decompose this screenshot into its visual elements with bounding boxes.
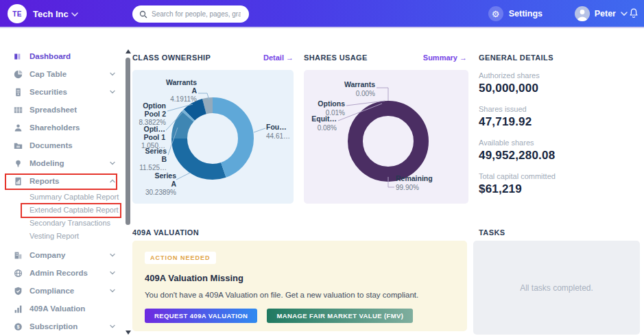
detail-label: Authorized shares (479, 71, 640, 80)
sidebar: Dashboard Cap Table Securities (0, 28, 125, 336)
top-bar: TE Tech Inc ⚙ Settings Peter (0, 0, 644, 28)
dashboard-icon (14, 52, 23, 61)
manage-fmv-button[interactable]: MANAGE FAIR MARKET VALUE (FMV) (267, 309, 413, 323)
detail-label: Shares issued (479, 105, 640, 113)
callout-label: Remaining (396, 175, 433, 183)
chevron-down-icon (110, 252, 115, 258)
class-ownership-title: CLASS OWNERSHIP (132, 53, 211, 62)
sidebar-item-label: 409A Valuation (29, 304, 115, 313)
sidebar-item-summary-captable-report[interactable]: Summary Captable Report (0, 190, 125, 203)
class-ownership-header: CLASS OWNERSHIP Detail → (132, 53, 294, 62)
sidebar-item-cap-table[interactable]: Cap Table (0, 65, 125, 83)
shares-usage-donut-chart[interactable] (304, 70, 468, 204)
sidebar-subitem-label: Vesting Report (29, 232, 79, 240)
callout-label: A (166, 87, 197, 95)
svg-text:$: $ (16, 323, 19, 329)
sidebar-item-extended-captable-report[interactable]: Extended Captable Report (0, 203, 125, 216)
chevron-up-icon (110, 178, 115, 184)
user-menu[interactable]: Peter (575, 6, 628, 21)
callout-label: Option (139, 102, 166, 110)
detail-row: Authorized shares 50,000,000 (479, 71, 640, 95)
chart-bars-icon (14, 304, 23, 313)
detail-value: $61,219 (479, 182, 640, 196)
callout-warrants-a: Warrants A 4.1911% (166, 79, 197, 104)
spreadsheet-icon (14, 106, 23, 115)
callout-label: Pool 2 (139, 110, 166, 119)
sidebar-item-label: Modeling (29, 159, 110, 167)
folder-icon (14, 141, 23, 150)
sidebar-item-label: Admin Records (29, 269, 110, 277)
person-icon (575, 6, 590, 21)
chevron-down-icon (110, 288, 115, 293)
sidebar-item-secondary-transactions[interactable]: Secondary Transactions (0, 216, 125, 229)
sidebar-item-label: Reports (29, 177, 110, 185)
sidebar-subitem-label: Summary Captable Report (29, 193, 119, 201)
sidebar-item-label: Subscription (29, 322, 110, 331)
dollar-coin-icon: $ (14, 322, 23, 331)
sidebar-item-subscription[interactable]: $ Subscription (0, 317, 125, 335)
chevron-down-icon[interactable] (71, 12, 78, 17)
shares-usage-summary-link[interactable]: Summary → (423, 53, 467, 62)
request-409a-valuation-button[interactable]: REQUEST 409A VALUATION (145, 309, 257, 323)
shares-usage-title: SHARES USAGE (304, 53, 368, 62)
sidebar-item-label: Securities (29, 88, 110, 96)
sidebar-item-reports[interactable]: Reports (0, 172, 125, 190)
sidebar-item-securities[interactable]: Securities (0, 83, 125, 101)
chevron-down-icon (110, 160, 115, 166)
notification-bell-icon[interactable] (628, 8, 639, 19)
detail-label: Total capital committed (479, 172, 640, 180)
callout-label: A (145, 180, 176, 189)
detail-row: Total capital committed $61,219 (479, 172, 640, 196)
callout-value: 30.2389% (145, 189, 176, 197)
sidebar-item-vesting-report[interactable]: Vesting Report (0, 229, 125, 242)
sidebar-scrollbar[interactable] (124, 28, 132, 336)
scrollbar-thumb[interactable] (126, 58, 130, 225)
callout-value: 0.00% (344, 90, 375, 98)
detail-row: Available shares 49,952,280.08 (479, 139, 640, 163)
scroll-down-arrow[interactable] (126, 331, 131, 335)
search-icon (139, 10, 147, 19)
general-details-title: GENERAL DETAILS (479, 53, 640, 62)
sidebar-item-modeling[interactable]: Modeling (0, 154, 125, 172)
detail-value: 47,719.92 (479, 115, 640, 129)
action-needed-badge: ACTION NEEDED (145, 252, 216, 264)
callout-label: Options (318, 100, 345, 108)
callout-value: 4.1911% (166, 95, 197, 104)
callout-label: Equit… (311, 115, 337, 123)
sidebar-subitem-label: Extended Captable Report (29, 206, 119, 214)
scroll-up-arrow[interactable] (126, 49, 131, 53)
sidebar-item-shareholders[interactable]: Shareholders (0, 119, 125, 136)
pie-chart-icon (14, 70, 23, 79)
sidebar-item-409a-valuation[interactable]: 409A Valuation (0, 300, 125, 317)
shield-check-icon (14, 287, 23, 296)
callout-option-pool-2: Option Pool 2 8.3822% (139, 102, 166, 127)
callout-label: Fou… (266, 123, 290, 132)
callout-label: Warrants (344, 81, 375, 89)
search-input[interactable] (152, 10, 241, 18)
gear-icon: ⚙ (488, 6, 503, 21)
sidebar-item-compliance[interactable]: Compliance (0, 282, 125, 300)
sidebar-item-company[interactable]: Company (0, 246, 125, 264)
sidebar-item-spreadsheet[interactable]: Spreadsheet (0, 101, 125, 119)
callout-value: 44.61… (266, 132, 290, 141)
sidebar-item-admin-records[interactable]: Admin Records (0, 264, 125, 282)
sidebar-item-documents[interactable]: Documents (0, 136, 125, 154)
search-bar[interactable] (132, 5, 249, 23)
callout-label: Warrants (166, 79, 197, 87)
company-logo[interactable]: TE (8, 4, 27, 23)
sidebar-subitem-label: Secondary Transactions (29, 219, 110, 227)
company-name[interactable]: Tech Inc (33, 9, 69, 19)
sidebar-item-dashboard[interactable]: Dashboard (0, 47, 125, 65)
sidebar-item-label: Dashboard (29, 52, 115, 60)
detail-value: 50,000,000 (479, 82, 640, 95)
detail-row: Shares issued 47,719.92 (479, 105, 640, 129)
valuation-section-title: 409A VALUATION (132, 228, 199, 237)
sidebar-item-label: Spreadsheet (29, 106, 115, 114)
sidebar-item-label: Shareholders (29, 123, 115, 132)
callout-remaining: Remaining 99.90% (396, 175, 433, 191)
tasks-section-title: TASKS (479, 228, 505, 237)
class-ownership-detail-link[interactable]: Detail → (263, 53, 294, 62)
settings-button[interactable]: ⚙ Settings (488, 6, 542, 21)
valuation-body-text: You don't have a 409A Valuation on file.… (145, 291, 455, 299)
sidebar-item-label: Documents (29, 141, 115, 149)
